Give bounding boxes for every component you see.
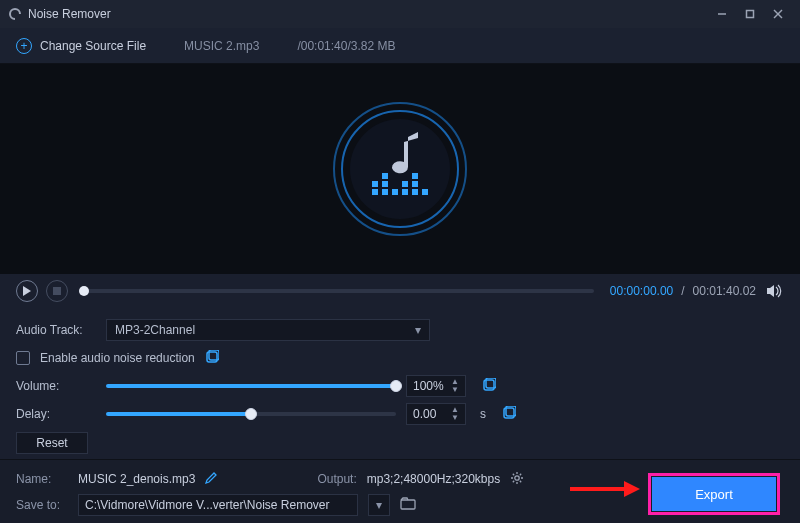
svg-rect-15 bbox=[412, 189, 418, 195]
svg-rect-13 bbox=[402, 189, 408, 195]
delay-label: Delay: bbox=[16, 407, 96, 421]
delay-stepper[interactable]: ▲▼ bbox=[451, 406, 459, 422]
toolbar: + Change Source File MUSIC 2.mp3 /00:01:… bbox=[0, 28, 800, 64]
volume-value-field[interactable]: 100% ▲▼ bbox=[406, 375, 466, 397]
reset-button[interactable]: Reset bbox=[16, 432, 88, 454]
svg-rect-12 bbox=[392, 189, 398, 195]
edit-name-icon[interactable] bbox=[205, 472, 217, 487]
svg-point-27 bbox=[515, 475, 519, 479]
footer: Name: MUSIC 2_denois.mp3 Output: mp3;2;4… bbox=[0, 459, 800, 523]
duration: 00:01:40.02 bbox=[693, 284, 756, 298]
delay-slider[interactable] bbox=[106, 412, 396, 416]
volume-icon[interactable] bbox=[764, 284, 784, 298]
source-filename: MUSIC 2.mp3 bbox=[184, 39, 259, 53]
stop-button[interactable] bbox=[46, 280, 68, 302]
save-path-dropdown[interactable]: ▾ bbox=[368, 494, 390, 516]
output-label: Output: bbox=[317, 472, 356, 486]
change-source-button[interactable]: + Change Source File bbox=[16, 38, 146, 54]
change-source-label: Change Source File bbox=[40, 39, 146, 53]
save-path-field[interactable]: C:\Vidmore\Vidmore V...verter\Noise Remo… bbox=[78, 494, 358, 516]
name-label: Name: bbox=[16, 472, 68, 486]
controls-panel: Audio Track: MP3-2Channel ▾ Enable audio… bbox=[0, 308, 800, 458]
open-folder-icon[interactable] bbox=[400, 497, 416, 514]
delay-value: 0.00 bbox=[413, 407, 436, 421]
svg-rect-9 bbox=[382, 189, 388, 195]
svg-rect-20 bbox=[53, 287, 61, 295]
audio-preview bbox=[0, 64, 800, 274]
chevron-down-icon: ▾ bbox=[415, 323, 421, 337]
time-separator: / bbox=[681, 284, 684, 298]
volume-slider[interactable] bbox=[106, 384, 396, 388]
current-time: 00:00:00.00 bbox=[610, 284, 673, 298]
svg-rect-18 bbox=[422, 189, 428, 195]
svg-rect-7 bbox=[372, 189, 378, 195]
output-settings-icon[interactable] bbox=[510, 471, 524, 488]
window-title: Noise Remover bbox=[28, 7, 708, 21]
volume-thumb[interactable] bbox=[390, 380, 402, 392]
delay-value-field[interactable]: 0.00 ▲▼ bbox=[406, 403, 466, 425]
audio-track-select[interactable]: MP3-2Channel ▾ bbox=[106, 319, 430, 341]
delay-thumb[interactable] bbox=[245, 408, 257, 420]
delay-unit: s bbox=[480, 407, 486, 421]
seek-slider[interactable] bbox=[84, 289, 594, 293]
svg-rect-16 bbox=[412, 181, 418, 187]
audio-track-label: Audio Track: bbox=[16, 323, 96, 337]
maximize-button[interactable] bbox=[736, 0, 764, 28]
close-button[interactable] bbox=[764, 0, 792, 28]
seek-thumb[interactable] bbox=[79, 286, 89, 296]
export-button[interactable]: Export bbox=[652, 477, 776, 511]
delay-compare-icon[interactable] bbox=[502, 406, 516, 423]
output-name: MUSIC 2_denois.mp3 bbox=[78, 472, 195, 486]
svg-rect-17 bbox=[412, 173, 418, 179]
audio-track-value: MP3-2Channel bbox=[115, 323, 195, 337]
noise-reduction-label: Enable audio noise reduction bbox=[40, 351, 195, 365]
noise-reduction-settings-icon[interactable] bbox=[205, 350, 219, 367]
music-visual-icon bbox=[320, 89, 480, 249]
save-to-label: Save to: bbox=[16, 498, 68, 512]
svg-rect-14 bbox=[402, 181, 408, 187]
minimize-button[interactable] bbox=[708, 0, 736, 28]
volume-label: Volume: bbox=[16, 379, 96, 393]
save-path-value: C:\Vidmore\Vidmore V...verter\Noise Remo… bbox=[85, 498, 330, 512]
play-button[interactable] bbox=[16, 280, 38, 302]
svg-rect-1 bbox=[747, 11, 754, 18]
svg-rect-11 bbox=[382, 173, 388, 179]
noise-reduction-checkbox[interactable] bbox=[16, 351, 30, 365]
plus-icon: + bbox=[16, 38, 32, 54]
volume-value: 100% bbox=[413, 379, 444, 393]
titlebar: Noise Remover bbox=[0, 0, 800, 28]
app-logo-icon bbox=[8, 7, 22, 21]
svg-rect-8 bbox=[372, 181, 378, 187]
player-bar: 00:00:00.00/00:01:40.02 bbox=[0, 274, 800, 308]
svg-rect-10 bbox=[382, 181, 388, 187]
svg-marker-19 bbox=[23, 286, 31, 296]
output-format: mp3;2;48000Hz;320kbps bbox=[367, 472, 500, 486]
volume-stepper[interactable]: ▲▼ bbox=[451, 378, 459, 394]
volume-compare-icon[interactable] bbox=[482, 378, 496, 395]
source-meta: /00:01:40/3.82 MB bbox=[297, 39, 395, 53]
svg-rect-28 bbox=[401, 500, 415, 509]
